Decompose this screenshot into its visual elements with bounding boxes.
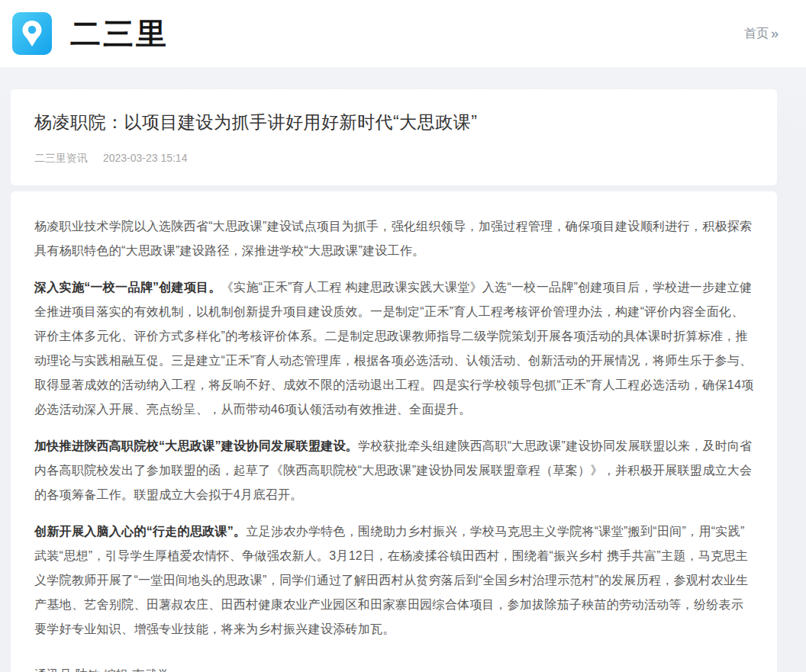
article-paragraph-1: 杨凌职业技术学院以入选陕西省“大思政课”建设试点项目为抓手，强化组织领导，加强过… xyxy=(34,214,754,263)
paragraph-lead: 创新开展入脑入心的“行走的思政课”。 xyxy=(34,525,246,538)
nav-home-link[interactable]: 首页 » xyxy=(744,26,779,42)
article-timestamp: 2023-03-23 15:14 xyxy=(103,152,188,164)
site-logo-text: 二三里 xyxy=(70,18,169,49)
article-content-card: 杨凌职业技术学院以入选陕西省“大思政课”建设试点项目为抓手，强化组织领导，加强过… xyxy=(11,191,777,672)
article-header-card: 杨凌职院：以项目建设为抓手讲好用好新时代“大思政课” 二三里资讯 2023-03… xyxy=(11,89,777,185)
paragraph-text: 《实施“正禾”育人工程 构建思政课实践大课堂》入选“一校一品牌”创建项目后，学校… xyxy=(34,281,753,416)
article-source[interactable]: 二三里资讯 xyxy=(34,152,88,164)
paragraph-lead: 加快推进陕西高职院校“大思政课”建设协同发展联盟建设。 xyxy=(34,439,358,452)
nav-home-label: 首页 xyxy=(744,26,769,42)
article-meta: 二三里资讯 2023-03-23 15:14 xyxy=(34,152,753,166)
paragraph-text: 立足涉农办学特色，围绕助力乡村振兴，学校马克思主义学院将“课堂”搬到“田间”，用… xyxy=(34,525,748,635)
article-paragraph-3: 加快推进陕西高职院校“大思政课”建设协同发展联盟建设。学校获批牵头组建陕西高职“… xyxy=(34,434,754,507)
article-paragraph-4: 创新开展入脑入心的“行走的思政课”。立足涉农办学特色，围绕助力乡村振兴，学校马克… xyxy=(34,519,754,641)
site-header: 二三里 首页 » xyxy=(0,0,806,67)
paragraph-lead: 深入实施“一校一品牌”创建项目。 xyxy=(34,281,221,294)
article-paragraph-2: 深入实施“一校一品牌”创建项目。《实施“正禾”育人工程 构建思政课实践大课堂》入… xyxy=(34,275,754,422)
paragraph-text: 杨凌职业技术学院以入选陕西省“大思政课”建设试点项目为抓手，强化组织领导，加强过… xyxy=(34,220,752,257)
location-pin-icon xyxy=(12,12,52,55)
site-logo[interactable]: 二三里 xyxy=(12,12,169,55)
double-chevron-right-icon: » xyxy=(771,27,779,40)
page-body: 杨凌职院：以项目建设为抓手讲好用好新时代“大思政课” 二三里资讯 2023-03… xyxy=(0,67,806,672)
article-title: 杨凌职院：以项目建设为抓手讲好用好新时代“大思政课” xyxy=(34,110,753,135)
article-credits: 通讯员 陆敏 编辑 韦武学 xyxy=(34,663,754,672)
